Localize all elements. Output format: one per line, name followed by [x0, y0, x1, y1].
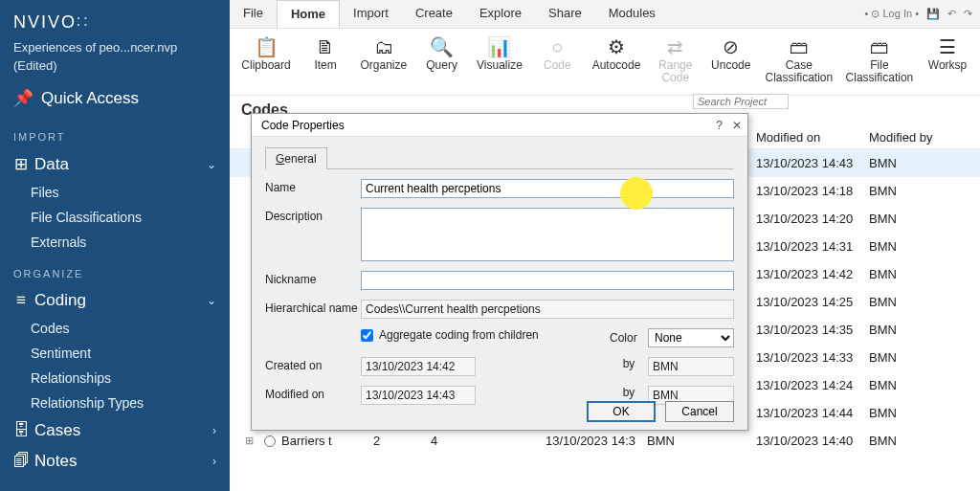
ribbon: 📋Clipboard🗎Item🗂Organize🔍Query📊Visualize…: [230, 29, 980, 96]
color-select[interactable]: None: [648, 328, 734, 347]
sidebar: NVIVO∷ Experiences of peo...ncer.nvp (Ed…: [0, 0, 230, 491]
label-modified: Modified on: [265, 386, 361, 401]
menu-create[interactable]: Create: [402, 0, 466, 28]
quick-access[interactable]: 📌Quick Access: [0, 75, 230, 118]
label-created: Created on: [265, 357, 361, 372]
redo-icon[interactable]: ↷: [964, 8, 972, 20]
save-icon[interactable]: 💾: [926, 8, 940, 20]
ok-button[interactable]: OK: [587, 401, 656, 422]
coding-icon: ≡: [13, 291, 29, 310]
ribbon-autocode[interactable]: ⚙Autocode: [586, 33, 646, 74]
label-hierarchical: Hierarchical name: [265, 300, 361, 315]
section-import: IMPORT: [0, 118, 230, 148]
dialog-titlebar: Code Properties ? ✕: [252, 114, 747, 137]
nav-notes[interactable]: 🗐Notes›: [0, 446, 230, 477]
ribbon-file-classification[interactable]: 🗃FileClassification: [840, 33, 919, 86]
cursor-highlight: [620, 177, 653, 210]
nav-relationship-types[interactable]: Relationship Types: [0, 391, 230, 415]
nav-coding[interactable]: ≡Coding⌄: [0, 285, 230, 316]
nav-file-classifications[interactable]: File Classifications: [0, 205, 230, 230]
label-by: by: [610, 357, 648, 370]
ribbon-query[interactable]: 🔍Query: [415, 33, 469, 74]
cancel-button[interactable]: Cancel: [665, 401, 734, 422]
ribbon-code: ○Code: [530, 33, 584, 74]
created-on-field: 13/10/2023 14:42: [361, 357, 476, 376]
notes-icon: 🗐: [13, 452, 29, 471]
created-by-field: BMN: [648, 357, 734, 376]
aggregate-checkbox[interactable]: Aggregate coding from children: [361, 328, 539, 342]
modified-on-field: 13/10/2023 14:43: [361, 386, 476, 405]
help-icon[interactable]: ?: [716, 119, 723, 132]
label-name: Name: [265, 179, 361, 194]
tab-general[interactable]: GGeneraleneral: [265, 147, 327, 169]
col-modified-on[interactable]: Modified on: [756, 130, 820, 145]
table-row[interactable]: ⊞Barriers t2413/10/2023 14:3BMN13/10/202…: [230, 427, 980, 455]
menu-bar: File Home Import Create Explore Share Mo…: [230, 0, 980, 29]
ribbon-range-code: ⇄RangeCode: [649, 33, 702, 86]
menu-home[interactable]: Home: [277, 0, 340, 28]
menu-explore[interactable]: Explore: [466, 0, 535, 28]
menu-modules[interactable]: Modules: [595, 0, 669, 28]
login-link[interactable]: Log In: [882, 8, 912, 19]
label-nickname: Nickname: [265, 271, 361, 286]
app-logo: NVIVO∷: [0, 8, 230, 38]
search-project-input[interactable]: [693, 94, 789, 109]
ribbon-organize[interactable]: 🗂Organize: [354, 33, 413, 74]
menu-file[interactable]: File: [230, 0, 277, 28]
cases-icon: 🗄: [13, 421, 29, 440]
menu-share[interactable]: Share: [535, 0, 595, 28]
ribbon-case-classification[interactable]: 🗃CaseClassification: [760, 33, 838, 86]
ribbon-item[interactable]: 🗎Item: [299, 33, 352, 74]
chevron-down-icon: ⌄: [207, 294, 216, 307]
code-properties-dialog: Code Properties ? ✕ GGeneraleneral Name …: [251, 113, 748, 431]
name-field[interactable]: [361, 179, 734, 198]
chevron-down-icon: ⌄: [207, 158, 216, 171]
nickname-field[interactable]: [361, 271, 734, 290]
ribbon-uncode[interactable]: ⊘Uncode: [704, 33, 758, 74]
label-color: Color: [610, 331, 648, 345]
menu-import[interactable]: Import: [340, 0, 402, 28]
project-name: Experiences of peo...ncer.nvp: [0, 38, 230, 56]
chevron-right-icon: ›: [212, 424, 216, 437]
nav-sentiment[interactable]: Sentiment: [0, 341, 230, 366]
section-organize: ORGANIZE: [0, 255, 230, 285]
description-field[interactable]: [361, 208, 734, 261]
nav-files[interactable]: Files: [0, 180, 230, 205]
label-by2: by: [610, 386, 648, 399]
aggregate-checkbox-input[interactable]: [361, 329, 373, 342]
menu-right: • ⊙ Log In • 💾 ↶ ↷: [865, 0, 980, 28]
close-icon[interactable]: ✕: [732, 119, 742, 132]
nav-externals[interactable]: Externals: [0, 230, 230, 255]
project-status: (Edited): [0, 56, 230, 75]
ribbon-worksp[interactable]: ☰Worksp: [921, 33, 974, 74]
nav-data[interactable]: ⊞Data⌄: [0, 148, 230, 180]
dialog-title: Code Properties: [261, 119, 345, 132]
nav-cases[interactable]: 🗄Cases›: [0, 415, 230, 446]
ribbon-visualize[interactable]: 📊Visualize: [471, 33, 529, 74]
ribbon-clipboard[interactable]: 📋Clipboard: [235, 33, 297, 74]
data-icon: ⊞: [13, 154, 29, 174]
col-modified-by[interactable]: Modified by: [869, 130, 932, 145]
pin-icon: 📌: [13, 88, 33, 108]
undo-icon[interactable]: ↶: [947, 8, 956, 20]
label-description: Description: [265, 208, 361, 223]
hierarchical-name-field: Codes\\Current health percpetions: [361, 300, 734, 319]
nav-codes[interactable]: Codes: [0, 316, 230, 341]
nav-relationships[interactable]: Relationships: [0, 366, 230, 391]
chevron-right-icon: ›: [212, 455, 216, 468]
